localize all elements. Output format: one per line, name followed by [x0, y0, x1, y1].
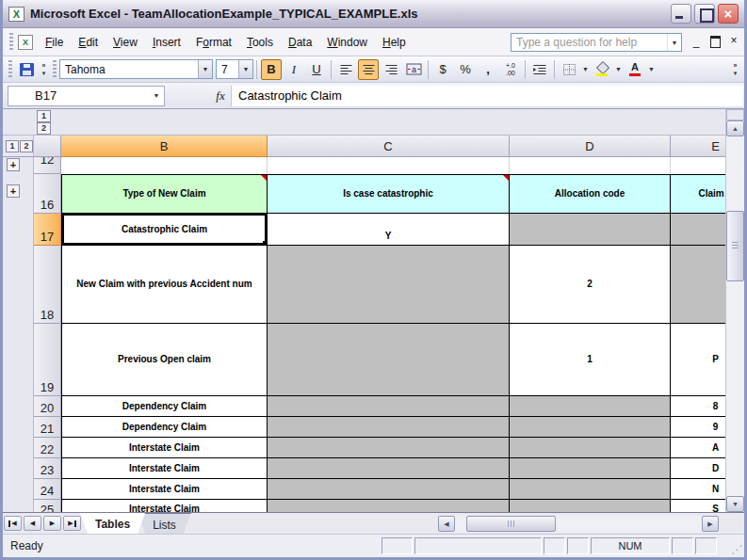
menu-view[interactable]: View: [106, 33, 145, 52]
row-header-17[interactable]: 17: [34, 214, 61, 246]
outline-level-2-button[interactable]: 2: [37, 122, 51, 135]
cell-C17[interactable]: Y: [268, 214, 510, 246]
row-header-23[interactable]: 23: [34, 458, 61, 479]
borders-dropdown[interactable]: ▼: [580, 66, 591, 72]
cell-D25[interactable]: [510, 500, 671, 512]
row-header-22[interactable]: 22: [34, 438, 61, 458]
row-header-24[interactable]: 24: [34, 479, 61, 500]
last-sheet-button[interactable]: ▶: [63, 516, 81, 531]
cell-C16[interactable]: Is case catastrophic: [268, 174, 510, 214]
chevron-down-icon[interactable]: ▼: [149, 87, 164, 105]
align-right-button[interactable]: [381, 59, 401, 80]
first-sheet-button[interactable]: ◀: [4, 516, 22, 531]
align-center-button[interactable]: [358, 59, 379, 80]
cell-B12[interactable]: [61, 157, 268, 174]
font-size-combo[interactable]: 7 ▼: [216, 59, 253, 79]
cell-D23[interactable]: [510, 458, 671, 479]
row-header-16[interactable]: 16: [34, 174, 61, 214]
menu-tools[interactable]: Tools: [239, 33, 281, 52]
menu-file[interactable]: File: [38, 33, 71, 52]
vertical-scrollbar[interactable]: ▲ ▼: [725, 109, 744, 512]
cell-D22[interactable]: [510, 438, 671, 458]
row-header-19[interactable]: 19: [34, 324, 61, 396]
row-header-18[interactable]: 18: [34, 246, 61, 324]
cell-D16[interactable]: Allocation code: [510, 174, 671, 214]
scroll-right-button[interactable]: ▶: [702, 516, 719, 532]
cell-B23[interactable]: Interstate Claim: [61, 458, 268, 479]
cell-C18[interactable]: [268, 246, 510, 324]
cell-C25[interactable]: [268, 500, 510, 512]
cell-B24[interactable]: Interstate Claim: [61, 479, 268, 500]
insert-function-button[interactable]: fx: [210, 88, 231, 104]
toolbar-drag-handle[interactable]: [53, 60, 57, 79]
cell-C23[interactable]: [268, 458, 510, 479]
close-button[interactable]: ×: [718, 4, 739, 24]
cell-D18[interactable]: 2: [510, 246, 671, 324]
scroll-down-button[interactable]: ▼: [726, 496, 744, 512]
outline-expand-row-12[interactable]: +: [7, 158, 20, 171]
fill-color-dropdown[interactable]: ▼: [613, 66, 624, 72]
vertical-scroll-thumb[interactable]: [726, 211, 744, 281]
italic-button[interactable]: I: [284, 59, 304, 80]
help-question-box[interactable]: Type a question for help ▼: [511, 33, 682, 52]
sheet-tab-tables[interactable]: Tables: [80, 513, 145, 534]
align-left-button[interactable]: [335, 59, 356, 80]
outline-level-1-button[interactable]: 1: [37, 110, 51, 122]
row-header-21[interactable]: 21: [34, 417, 61, 438]
previous-sheet-button[interactable]: ◀: [24, 516, 41, 531]
outline-level-1-button[interactable]: 1: [6, 140, 19, 152]
cell-C24[interactable]: [268, 479, 510, 500]
menu-data[interactable]: Data: [281, 33, 319, 52]
bold-button[interactable]: B: [261, 59, 282, 80]
menu-help[interactable]: Help: [375, 33, 414, 52]
currency-button[interactable]: $: [432, 59, 453, 80]
cell-B20[interactable]: Dependency Claim: [61, 396, 268, 417]
cell-D12[interactable]: [510, 157, 671, 174]
workbook-restore-button[interactable]: [708, 34, 722, 47]
sheet-tab-lists[interactable]: Lists: [138, 513, 191, 534]
next-sheet-button[interactable]: ▶: [43, 516, 61, 531]
cell-C12[interactable]: [268, 157, 510, 174]
vertical-scroll-track[interactable]: [726, 136, 744, 496]
cell-B18[interactable]: New Claim with previous Accident num: [61, 246, 268, 324]
formula-input[interactable]: Catastrophic Claim: [231, 86, 743, 106]
column-header-C[interactable]: C: [268, 136, 510, 157]
chevron-down-icon[interactable]: ▼: [667, 34, 681, 51]
toolbar-drag-handle[interactable]: [8, 60, 12, 79]
maximize-button[interactable]: [694, 4, 715, 24]
outline-expand-row-16[interactable]: +: [7, 184, 20, 198]
cell-C22[interactable]: [268, 438, 510, 458]
cell-B19[interactable]: Previous Open claim: [61, 324, 268, 396]
increase-decimal-button[interactable]: +.0.00: [500, 59, 521, 80]
menu-insert[interactable]: Insert: [145, 33, 188, 52]
borders-button[interactable]: [559, 59, 579, 80]
outline-level-2-button[interactable]: 2: [20, 140, 33, 152]
cell-D21[interactable]: [510, 417, 671, 438]
fill-color-button[interactable]: [592, 59, 612, 80]
scroll-up-button[interactable]: ▲: [726, 120, 744, 136]
cell-B16[interactable]: Type of New Claim: [61, 174, 268, 214]
chevron-down-icon[interactable]: ▼: [238, 60, 252, 78]
name-box[interactable]: B17 ▼: [8, 86, 165, 106]
cell-C19[interactable]: [268, 324, 510, 396]
cell-B22[interactable]: Interstate Claim: [61, 438, 268, 458]
toolbar-drag-handle[interactable]: [9, 33, 13, 52]
font-name-combo[interactable]: Tahoma ▼: [59, 59, 213, 79]
column-header-D[interactable]: D: [510, 136, 671, 157]
row-header-12[interactable]: 12: [34, 157, 61, 174]
workbook-close-button[interactable]: ×: [727, 34, 740, 47]
cell-B21[interactable]: Dependency Claim: [61, 417, 268, 438]
minimize-button[interactable]: [671, 4, 691, 24]
horizontal-scroll-thumb[interactable]: [466, 516, 556, 532]
toolbar-options-button[interactable]: »▾: [729, 59, 741, 80]
save-button[interactable]: [16, 59, 37, 80]
menu-edit[interactable]: Edit: [71, 33, 106, 52]
chevron-down-icon[interactable]: ▼: [198, 60, 212, 78]
comma-style-button[interactable]: ,: [478, 59, 498, 80]
underline-button[interactable]: U: [306, 59, 327, 80]
cell-D20[interactable]: [510, 396, 671, 417]
cell-D19[interactable]: 1: [510, 324, 671, 396]
horizontal-scroll-track[interactable]: [455, 516, 702, 532]
row-header-25[interactable]: 25: [34, 500, 61, 512]
font-color-dropdown[interactable]: ▼: [646, 66, 657, 72]
